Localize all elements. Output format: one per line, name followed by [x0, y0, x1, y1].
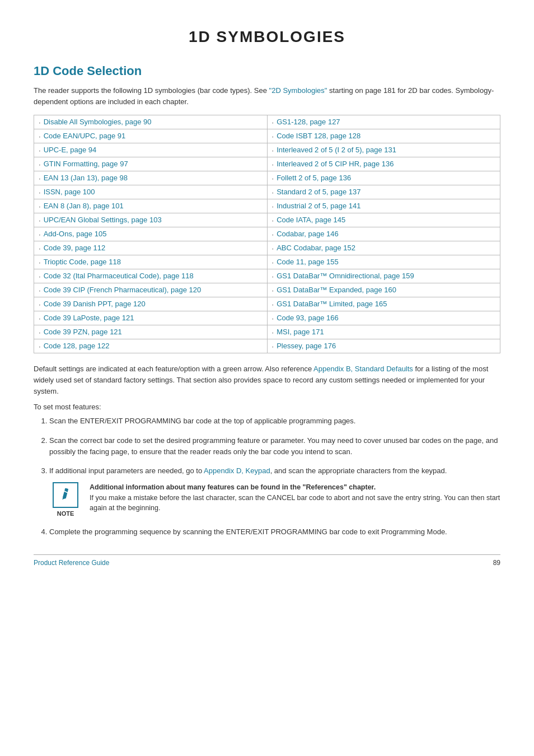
table-row: ·ISSN, page 100·Standard 2 of 5, page 13…	[34, 185, 500, 199]
table-row: ·GTIN Formatting, page 97·Interleaved 2 …	[34, 157, 500, 171]
right-item-link[interactable]: ABC Codabar, page 152	[277, 244, 355, 252]
table-row: ·Code 32 (Ital Pharmaceutical Code), pag…	[34, 269, 500, 283]
page-footer: Product Reference Guide 89	[34, 554, 500, 567]
table-row: ·Code 39 CIP (French Pharmaceutical), pa…	[34, 283, 500, 297]
step-4: Complete the programming sequence by sca…	[49, 526, 500, 538]
table-row: ·Trioptic Code, page 118·Code 11, page 1…	[34, 255, 500, 269]
left-item-link[interactable]: Code 39 PZN, page 121	[44, 328, 122, 336]
table-row: ·Code EAN/UPC, page 91·Code ISBT 128, pa…	[34, 129, 500, 143]
to-set-label: To set most features:	[34, 403, 500, 411]
left-item-link[interactable]: Disable All Symbologies, page 90	[44, 118, 152, 126]
table-row: ·Code 39 Danish PPT, page 120·GS1 DataBa…	[34, 297, 500, 311]
table-row: ·Code 39, page 112·ABC Codabar, page 152	[34, 241, 500, 255]
left-item-link[interactable]: EAN 8 (Jan 8), page 101	[44, 202, 124, 210]
table-row: ·Code 39 LaPoste, page 121·Code 93, page…	[34, 311, 500, 325]
left-item-link[interactable]: ISSN, page 100	[44, 188, 95, 196]
note-line2: If you make a mistake before the last ch…	[90, 494, 500, 512]
right-item-link[interactable]: GS1 DataBar™ Expanded, page 160	[277, 286, 396, 294]
footer-page-number: 89	[493, 559, 500, 567]
steps-list: Scan the ENTER/EXIT PROGRAMMING bar code…	[49, 416, 500, 538]
right-item-link[interactable]: Standard 2 of 5, page 137	[277, 188, 360, 196]
right-item-link[interactable]: Interleaved 2 of 5 (I 2 of 5), page 131	[277, 146, 396, 154]
left-item-link[interactable]: Code EAN/UPC, page 91	[44, 132, 126, 140]
left-item-link[interactable]: GTIN Formatting, page 97	[44, 160, 128, 168]
right-item-link[interactable]: Follett 2 of 5, page 136	[277, 174, 351, 182]
right-item-link[interactable]: Codabar, page 146	[277, 230, 339, 238]
note-label: NOTE	[49, 509, 82, 519]
right-item-link[interactable]: Plessey, page 176	[277, 342, 336, 350]
right-item-link[interactable]: GS1 DataBar™ Limited, page 165	[277, 300, 387, 308]
left-item-link[interactable]: UPC-E, page 94	[44, 146, 97, 154]
pencil-icon	[58, 487, 73, 503]
left-item-link[interactable]: Code 39 CIP (French Pharmaceutical), pag…	[44, 286, 202, 294]
table-row: ·Code 39 PZN, page 121·MSI, page 171	[34, 325, 500, 339]
page-title: 1D SYMBOLOGIES	[34, 28, 500, 46]
table-row: ·UPC/EAN Global Settings, page 103·Code …	[34, 213, 500, 227]
note-box: NOTE Additional information about many f…	[49, 482, 500, 519]
symbology-table: ·Disable All Symbologies, page 90·GS1-12…	[34, 115, 500, 353]
right-item-link[interactable]: Code 11, page 155	[277, 258, 339, 266]
step-1: Scan the ENTER/EXIT PROGRAMMING bar code…	[49, 416, 500, 427]
table-row: ·Disable All Symbologies, page 90·GS1-12…	[34, 115, 500, 129]
defaults-paragraph: Default settings are indicated at each f…	[34, 363, 500, 397]
note-text: Additional information about many featur…	[90, 482, 500, 514]
note-icon-area: NOTE	[49, 482, 82, 519]
right-item-link[interactable]: Industrial 2 of 5, page 141	[277, 202, 360, 210]
2d-symbologies-link[interactable]: "2D Symbologies"	[269, 86, 327, 95]
left-item-link[interactable]: EAN 13 (Jan 13), page 98	[44, 174, 128, 182]
step-2: Scan the correct bar code to set the des…	[49, 435, 500, 458]
note-image	[53, 482, 78, 508]
right-item-link[interactable]: Interleaved 2 of 5 CIP HR, page 136	[277, 160, 394, 168]
table-row: ·UPC-E, page 94·Interleaved 2 of 5 (I 2 …	[34, 143, 500, 157]
left-item-link[interactable]: Code 39 Danish PPT, page 120	[44, 300, 146, 308]
left-item-link[interactable]: Code 32 (Ital Pharmaceutical Code), page…	[44, 272, 194, 280]
step-3: If additional input parameters are neede…	[49, 465, 500, 519]
table-row: ·Code 128, page 122·Plessey, page 176	[34, 339, 500, 353]
appendix-d-link[interactable]: Appendix D, Keypad	[204, 466, 270, 475]
table-row: ·EAN 8 (Jan 8), page 101·Industrial 2 of…	[34, 199, 500, 213]
footer-left: Product Reference Guide	[34, 559, 109, 567]
svg-rect-0	[63, 488, 68, 499]
right-item-link[interactable]: Code 93, page 166	[277, 314, 339, 322]
intro-text-pre: The reader supports the following 1D sym…	[34, 86, 267, 95]
intro-paragraph: The reader supports the following 1D sym…	[34, 85, 500, 107]
table-row: ·EAN 13 (Jan 13), page 98·Follett 2 of 5…	[34, 171, 500, 185]
right-item-link[interactable]: GS1 DataBar™ Omnidirectional, page 159	[277, 272, 414, 280]
left-item-link[interactable]: Add-Ons, page 105	[44, 230, 107, 238]
appendix-b-link[interactable]: Appendix B, Standard Defaults	[313, 365, 413, 373]
section-title: 1D Code Selection	[34, 64, 500, 78]
left-item-link[interactable]: Code 39 LaPoste, page 121	[44, 314, 134, 322]
left-item-link[interactable]: Code 128, page 122	[44, 342, 110, 350]
note-line1: Additional information about many featur…	[90, 483, 376, 491]
left-item-link[interactable]: Trioptic Code, page 118	[44, 258, 121, 266]
right-item-link[interactable]: GS1-128, page 127	[277, 118, 340, 126]
right-item-link[interactable]: Code IATA, page 145	[277, 216, 345, 224]
right-item-link[interactable]: Code ISBT 128, page 128	[277, 132, 360, 140]
table-row: ·Add-Ons, page 105·Codabar, page 146	[34, 227, 500, 241]
right-item-link[interactable]: MSI, page 171	[277, 328, 324, 336]
left-item-link[interactable]: Code 39, page 112	[44, 244, 106, 252]
left-item-link[interactable]: UPC/EAN Global Settings, page 103	[44, 216, 162, 224]
